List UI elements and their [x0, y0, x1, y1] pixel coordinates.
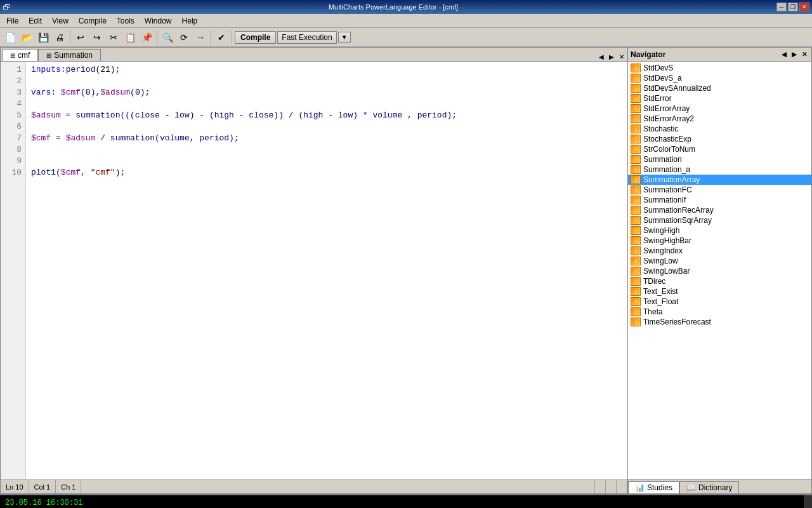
replace-button[interactable]: ⟳: [176, 30, 192, 44]
nav-item-stddevs[interactable]: f StdDevS: [628, 63, 811, 73]
window-controls: ─ ❐ ✕: [776, 3, 809, 11]
restore-button[interactable]: ❐: [788, 3, 798, 11]
nav-icon: f: [631, 307, 641, 316]
nav-icon: f: [631, 135, 641, 144]
nav-icon: f: [631, 165, 641, 174]
menu-compile[interactable]: Compile: [74, 15, 112, 27]
find-button[interactable]: 🔍: [160, 30, 175, 44]
tab-summation[interactable]: ⊞ Summation: [38, 49, 101, 61]
toolbar: 📄 📂 💾 🖨 ↩ ↪ ✂ 📋 📌 🔍 ⟳ → ✔ Compile Fast E…: [0, 28, 812, 47]
fast-exec-dropdown[interactable]: ▼: [338, 32, 351, 43]
nav-item-swinghighbar[interactable]: f SwingHighBar: [628, 236, 811, 246]
nav-icon: f: [631, 84, 641, 93]
sep3: [211, 31, 211, 44]
nav-item-tdirec[interactable]: f TDirec: [628, 276, 811, 286]
verify-button[interactable]: ✔: [214, 30, 229, 44]
status-ch: Ch 1: [56, 480, 81, 493]
menu-window[interactable]: Window: [140, 15, 177, 27]
tab-close-button[interactable]: ✕: [617, 53, 626, 61]
cut-button[interactable]: ✂: [106, 30, 121, 44]
editor-tabs: ⊞ cmf ⊞ Summation ◀ ▶ ✕: [1, 48, 627, 62]
sep1: [70, 31, 70, 44]
nav-tab-dictionary[interactable]: 📖 Dictionary: [679, 481, 739, 493]
close-button[interactable]: ✕: [799, 3, 809, 11]
nav-item-swinghigh[interactable]: f SwingHigh: [628, 225, 811, 236]
nav-icon: f: [631, 236, 641, 245]
title-bar: 🗗 MultiCharts PowerLanguage Editor - [cm…: [0, 0, 812, 14]
nav-item-swinglowbar[interactable]: f SwingLowBar: [628, 266, 811, 276]
status-bar: Ln 10 Col 1 Ch 1: [1, 479, 627, 493]
nav-item-textexist[interactable]: f Text_Exist: [628, 286, 811, 297]
menu-edit[interactable]: Edit: [23, 15, 47, 27]
nav-item-swinglow[interactable]: f SwingLow: [628, 256, 811, 266]
status-scroll3: [617, 480, 627, 493]
status-scroll2: [606, 480, 617, 493]
output-scrollbar-v[interactable]: [804, 495, 812, 508]
nav-icon: f: [631, 74, 641, 83]
nav-item-stochastic[interactable]: f Stochastic: [628, 124, 811, 134]
tab-cmf[interactable]: ⊞ cmf: [2, 49, 38, 61]
nav-item-swingindex[interactable]: f SwingIndex: [628, 246, 811, 256]
nav-item-stderror[interactable]: f StdError: [628, 93, 811, 104]
menu-tools[interactable]: Tools: [112, 15, 140, 27]
window-title: MultiCharts PowerLanguage Editor - [cmf]: [10, 3, 776, 11]
fast-execution-label: Fast Execution: [277, 31, 336, 44]
nav-icon: f: [631, 246, 641, 255]
nav-item-summationsqrarray[interactable]: f SummationSqrArray: [628, 215, 811, 225]
nav-item-timeseriesforecast[interactable]: f TimeSeriesForecast: [628, 317, 811, 327]
goto-button[interactable]: →: [193, 30, 208, 44]
navigator-header: Navigator ◀ ▶ ✕: [628, 48, 811, 62]
save-button[interactable]: 💾: [36, 30, 51, 44]
tab-prev-button[interactable]: ◀: [597, 53, 606, 61]
copy-button[interactable]: 📋: [122, 30, 138, 44]
navigator-tabs: 📊 Studies 📖 Dictionary: [628, 479, 811, 493]
nav-item-stochasticexp[interactable]: f StochasticExp: [628, 134, 811, 144]
nav-item-stderrorarray[interactable]: f StdErrorArray: [628, 104, 811, 114]
tab-next-button[interactable]: ▶: [607, 53, 616, 61]
tab-cmf-icon: ⊞: [10, 52, 15, 59]
menu-view[interactable]: View: [47, 15, 74, 27]
dictionary-icon: 📖: [686, 483, 696, 492]
nav-item-summationrecarray[interactable]: f SummationRecArray: [628, 205, 811, 215]
navigator-panel: Navigator ◀ ▶ ✕ f StdDevS f StdDevS_a f …: [628, 47, 812, 494]
nav-item-stddevsann[interactable]: f StdDevSAnnualized: [628, 83, 811, 93]
nav-icon: f: [631, 297, 641, 306]
nav-list: f StdDevS f StdDevS_a f StdDevSAnnualize…: [628, 62, 811, 479]
nav-item-summationfc[interactable]: f SummationFC: [628, 185, 811, 195]
navigator-title: Navigator: [631, 50, 665, 59]
nav-collapse-button[interactable]: ◀: [780, 50, 789, 58]
menu-file[interactable]: File: [1, 15, 23, 27]
open-button[interactable]: 📂: [19, 30, 34, 44]
nav-tab-studies[interactable]: 📊 Studies: [628, 481, 679, 493]
code-content[interactable]: inputs:period(21); vars: $cmf(0),$adsum(…: [26, 62, 627, 479]
minimize-button[interactable]: ─: [776, 3, 787, 11]
nav-item-summationa[interactable]: f Summation_a: [628, 164, 811, 175]
nav-item-strcolortonum[interactable]: f StrColorToNum: [628, 144, 811, 154]
menu-help[interactable]: Help: [177, 15, 203, 27]
nav-item-textfloat[interactable]: f Text_Float: [628, 297, 811, 307]
nav-icon: f: [631, 64, 641, 72]
nav-header-buttons: ◀ ▶ ✕: [780, 50, 809, 58]
compile-button[interactable]: Compile: [235, 31, 276, 44]
paste-button[interactable]: 📌: [139, 30, 154, 44]
editor-section: ⊞ cmf ⊞ Summation ◀ ▶ ✕ 1 2 3 4 5 6 7: [0, 47, 628, 494]
nav-close-button[interactable]: ✕: [800, 50, 809, 58]
nav-item-summation[interactable]: f Summation: [628, 154, 811, 164]
redo-button[interactable]: ↪: [89, 30, 105, 44]
output-content: 23.05.16 16:30:31 ------ Build started: …: [0, 495, 804, 508]
nav-item-theta[interactable]: f Theta: [628, 307, 811, 317]
undo-button[interactable]: ↩: [73, 30, 88, 44]
nav-item-stddevsa[interactable]: f StdDevS_a: [628, 73, 811, 83]
nav-icon: f: [631, 318, 641, 326]
output-line-1: 23.05.16 16:30:31: [5, 498, 799, 508]
nav-item-summationif[interactable]: f SummationIf: [628, 195, 811, 205]
code-editor[interactable]: 1 2 3 4 5 6 7 8 9 10 inputs:period(21); …: [1, 62, 627, 479]
nav-icon: f: [631, 155, 641, 164]
print-button[interactable]: 🖨: [52, 30, 67, 44]
new-button[interactable]: 📄: [3, 30, 18, 44]
nav-icon: f: [631, 114, 641, 123]
nav-expand-button[interactable]: ▶: [790, 50, 799, 58]
nav-item-stderrorarray2[interactable]: f StdErrorArray2: [628, 114, 811, 124]
nav-item-summationarray[interactable]: f SummationArray: [628, 175, 811, 185]
tab-summation-icon: ⊞: [46, 52, 51, 59]
